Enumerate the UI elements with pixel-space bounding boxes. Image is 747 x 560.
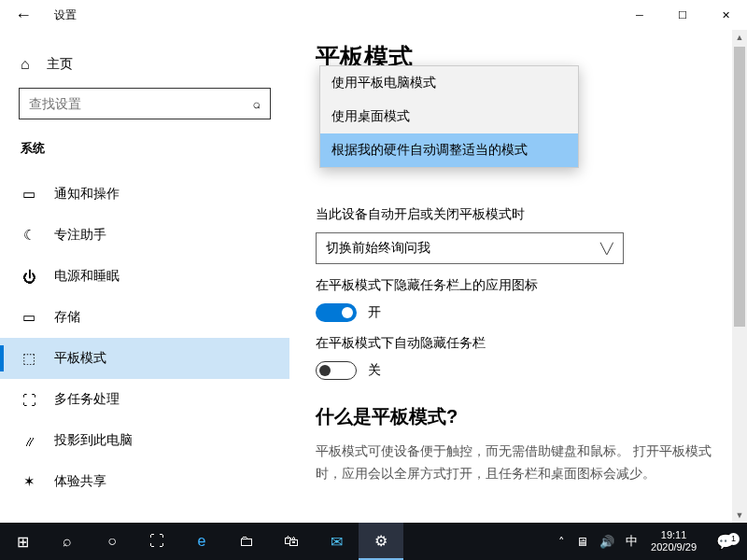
section-header: 系统: [19, 140, 271, 157]
multitask-icon: ⛶: [21, 392, 37, 408]
dropdown-option[interactable]: 使用平板电脑模式: [320, 66, 578, 100]
sidebar-item-label: 专注助手: [54, 227, 106, 244]
setting-label-auto-switch: 当此设备自动开启或关闭平板模式时: [316, 206, 719, 223]
sidebar: ⌂ 主页 ⌕ 系统 ▭ 通知和操作 ☾ 专注助手 ⏻ 电源和睡眠 ▭ 存储 ⬚ …: [0, 30, 289, 523]
power-icon: ⏻: [21, 269, 37, 285]
taskbar-app-settings[interactable]: ⚙: [359, 523, 403, 560]
notification-badge: 1: [727, 533, 740, 545]
taskbar-app-edge[interactable]: e: [179, 523, 224, 560]
home-link[interactable]: ⌂ 主页: [19, 49, 271, 88]
scroll-up-button[interactable]: ▲: [732, 30, 747, 45]
window-title: 设置: [54, 7, 77, 23]
notification-center-button[interactable]: 💬 1: [704, 533, 747, 551]
taskbar-app-store[interactable]: 🛍: [269, 523, 314, 560]
search-icon: ⌕: [253, 96, 261, 111]
tray-volume-icon[interactable]: 🔊: [594, 535, 620, 549]
notification-icon: ▭: [21, 186, 37, 203]
sidebar-item-label: 电源和睡眠: [54, 268, 120, 285]
toggle-hide-app-icons[interactable]: [316, 303, 357, 322]
sidebar-item-label: 通知和操作: [54, 186, 120, 203]
task-view-button[interactable]: ⛶: [134, 523, 179, 560]
sidebar-item-notifications[interactable]: ▭ 通知和操作: [19, 174, 271, 215]
sidebar-item-label: 存储: [54, 309, 80, 326]
tray-network-icon[interactable]: 🖥: [571, 535, 594, 549]
about-title: 什么是平板模式?: [316, 404, 719, 429]
share-icon: ✶: [21, 473, 37, 490]
dropdown-option[interactable]: 根据我的硬件自动调整适当的模式: [320, 133, 578, 167]
setting-label-hide-app-icons: 在平板模式下隐藏任务栏上的应用图标: [316, 277, 719, 294]
close-button[interactable]: ✕: [704, 0, 747, 30]
back-button[interactable]: ←: [7, 2, 39, 29]
sidebar-item-label: 多任务处理: [54, 391, 120, 408]
clock-time: 19:11: [651, 529, 697, 541]
start-button[interactable]: ⊞: [0, 523, 45, 560]
tray-overflow-icon[interactable]: ˄: [553, 535, 571, 549]
search-input[interactable]: [29, 96, 253, 111]
taskbar-app-mail[interactable]: ✉: [314, 523, 359, 560]
moon-icon: ☾: [21, 227, 37, 244]
cortana-button[interactable]: ○: [90, 523, 134, 560]
project-icon: ⫽: [21, 433, 37, 449]
sidebar-item-storage[interactable]: ▭ 存储: [19, 297, 271, 338]
chevron-down-icon: ╲╱: [600, 243, 613, 255]
search-button[interactable]: ⌕: [45, 523, 90, 560]
search-box[interactable]: ⌕: [19, 88, 271, 119]
dropdown-option[interactable]: 使用桌面模式: [320, 100, 578, 133]
toggle-hide-taskbar[interactable]: [316, 361, 357, 380]
home-label: 主页: [47, 56, 73, 73]
scroll-thumb[interactable]: [734, 47, 745, 327]
clock-date: 2020/9/29: [651, 541, 697, 553]
sidebar-item-label: 平板模式: [54, 350, 106, 367]
sidebar-item-shared-experiences[interactable]: ✶ 体验共享: [19, 461, 271, 502]
dropdown-value: 切换前始终询问我: [326, 240, 430, 257]
sidebar-item-projecting[interactable]: ⫽ 投影到此电脑: [19, 420, 271, 461]
taskbar: ⊞ ⌕ ○ ⛶ e 🗀 🛍 ✉ ⚙ ˄ 🖥 🔊 中 19:11 2020/9/2…: [0, 523, 747, 560]
tray-ime[interactable]: 中: [620, 533, 643, 550]
scroll-down-button[interactable]: ▼: [732, 508, 747, 523]
setting-label-hide-taskbar: 在平板模式下自动隐藏任务栏: [316, 335, 719, 352]
sidebar-item-multitasking[interactable]: ⛶ 多任务处理: [19, 379, 271, 420]
about-description: 平板模式可使设备便于触控，而无需借助键盘和鼠标。 打开平板模式时，应用会以全屏方…: [316, 441, 719, 485]
toggle-state: 关: [368, 362, 381, 379]
sidebar-item-label: 体验共享: [54, 473, 106, 490]
tablet-icon: ⬚: [21, 350, 37, 367]
home-icon: ⌂: [21, 56, 30, 73]
sidebar-item-focus-assist[interactable]: ☾ 专注助手: [19, 215, 271, 256]
window-titlebar: ← 设置 ─ ☐ ✕: [0, 0, 747, 30]
minimize-button[interactable]: ─: [618, 0, 661, 30]
sidebar-item-tablet-mode[interactable]: ⬚ 平板模式: [0, 338, 289, 379]
taskbar-clock[interactable]: 19:11 2020/9/29: [643, 529, 704, 553]
sidebar-item-label: 投影到此电脑: [54, 432, 133, 449]
toggle-state: 开: [368, 304, 381, 321]
taskbar-app-explorer[interactable]: 🗀: [224, 523, 269, 560]
scrollbar[interactable]: ▲ ▼: [732, 30, 747, 523]
maximize-button[interactable]: ☐: [661, 0, 704, 30]
sidebar-item-power-sleep[interactable]: ⏻ 电源和睡眠: [19, 256, 271, 297]
dropdown-signin-mode-open: 使用平板电脑模式 使用桌面模式 根据我的硬件自动调整适当的模式: [319, 65, 579, 168]
storage-icon: ▭: [21, 309, 37, 326]
dropdown-auto-switch[interactable]: 切换前始终询问我 ╲╱: [316, 232, 624, 264]
